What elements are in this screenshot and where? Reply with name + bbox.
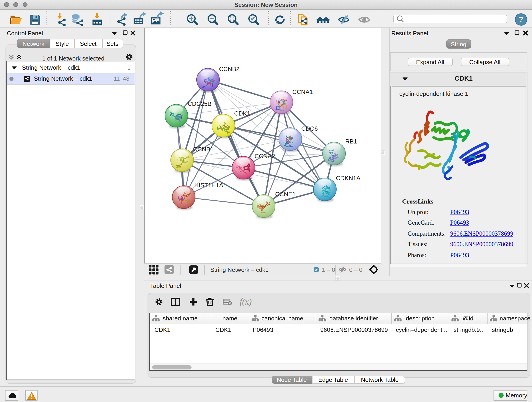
svg-text:RB1: RB1 [345, 138, 357, 145]
svg-text:CDC25B: CDC25B [188, 100, 211, 107]
svg-text:CCNA2: CCNA2 [254, 153, 275, 160]
svg-text:CCNE1: CCNE1 [275, 191, 296, 198]
svg-text:CCNA1: CCNA1 [292, 89, 313, 95]
svg-text:?: ? [519, 15, 524, 24]
svg-text:f(x): f(x) [239, 298, 252, 307]
svg-text:CDC6: CDC6 [301, 125, 318, 132]
svg-text:HIST1H1A: HIST1H1A [194, 182, 223, 189]
svg-text:CDKN1A: CDKN1A [336, 175, 360, 182]
svg-text:CCNB1: CCNB1 [193, 146, 214, 153]
svg-text:CCNB2: CCNB2 [219, 65, 239, 72]
svg-text:CDK1: CDK1 [234, 110, 250, 117]
